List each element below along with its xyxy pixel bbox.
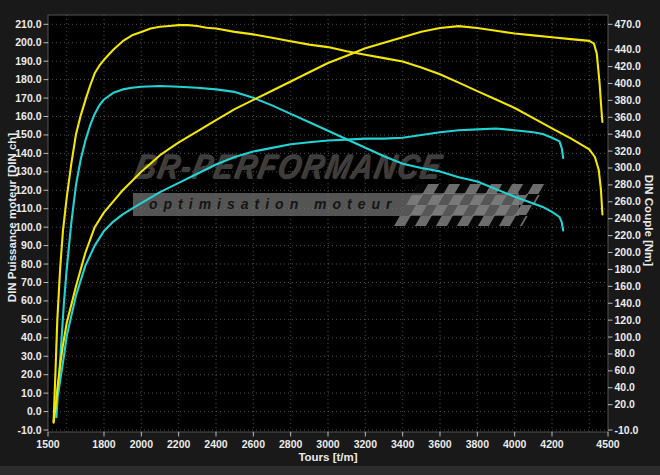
left-tick-label: 60.0 xyxy=(21,294,42,306)
x-axis-title: Tours [t/m] xyxy=(48,451,608,463)
x-tick-label: 3000 xyxy=(316,438,340,450)
x-tick-label: 2600 xyxy=(242,438,266,450)
right-tick-label: 180.0 xyxy=(615,263,641,275)
x-tick-label: 4500 xyxy=(596,438,620,450)
x-tick-label: 2800 xyxy=(279,438,303,450)
right-tick-label: 470.0 xyxy=(615,18,641,30)
left-tick-label: 0.0 xyxy=(27,405,42,417)
right-tick-label: 20.0 xyxy=(615,398,636,410)
right-tick-label: 360.0 xyxy=(615,111,641,123)
right-tick-label: 80.0 xyxy=(615,347,636,359)
right-tick-label: 260.0 xyxy=(615,195,641,207)
right-tick-label: 200.0 xyxy=(615,246,641,258)
watermark-bar: optimisation moteur xyxy=(133,193,519,216)
right-tick-label: 420.0 xyxy=(615,60,641,72)
left-tick-label: 190.0 xyxy=(15,55,41,67)
x-tick-label: 3400 xyxy=(391,438,415,450)
right-tick-label: 240.0 xyxy=(615,212,641,224)
right-tick-label: 440.0 xyxy=(615,43,641,55)
x-tick-label: 2400 xyxy=(204,438,228,450)
right-tick-label: 40.0 xyxy=(615,381,636,393)
watermark: BR-Performance optimisation moteur xyxy=(130,156,542,228)
right-axis-title: DIN Couple [Nm] xyxy=(640,141,655,301)
watermark-brand-logo: BR-Performance xyxy=(132,148,447,187)
left-tick-label: 30.0 xyxy=(21,350,42,362)
watermark-tagline: optimisation moteur xyxy=(133,193,519,216)
right-tick-label: 300.0 xyxy=(615,161,641,173)
right-tick-label: -10.0 xyxy=(615,424,639,436)
right-tick-label: 380.0 xyxy=(615,94,641,106)
left-tick-label: 70.0 xyxy=(21,276,42,288)
right-tick-label: 400.0 xyxy=(615,77,641,89)
right-tick-label: 320.0 xyxy=(615,145,641,157)
chart-plot-area: 210.0200.0190.0180.0170.0160.0150.0140.0… xyxy=(0,0,660,475)
left-tick-label: 80.0 xyxy=(21,258,42,270)
left-tick-label: 10.0 xyxy=(21,387,42,399)
right-tick-label: 100.0 xyxy=(615,331,641,343)
right-tick-label: 160.0 xyxy=(615,280,641,292)
x-tick-label: 1500 xyxy=(36,438,60,450)
x-tick-label: 4200 xyxy=(540,438,564,450)
x-tick-label: 4000 xyxy=(503,438,527,450)
left-tick-label: 20.0 xyxy=(21,368,42,380)
x-tick-label: 1800 xyxy=(92,438,116,450)
right-tick-label: 120.0 xyxy=(615,314,641,326)
left-axis-title: DIN Puissance moteur [DIN ch] xyxy=(6,108,21,328)
left-tick-label: 210.0 xyxy=(15,18,41,30)
right-tick-label: 280.0 xyxy=(615,178,641,190)
left-tick-label: 200.0 xyxy=(15,36,41,48)
right-tick-label: 60.0 xyxy=(615,364,636,376)
left-tick-label: 170.0 xyxy=(15,92,41,104)
x-tick-label: 3600 xyxy=(428,438,452,450)
x-tick-label: 2000 xyxy=(130,438,154,450)
right-tick-label: 140.0 xyxy=(615,297,641,309)
left-tick-label: 90.0 xyxy=(21,239,42,251)
right-tick-label: 220.0 xyxy=(615,229,641,241)
x-tick-label: 2200 xyxy=(167,438,191,450)
left-tick-label: 50.0 xyxy=(21,313,42,325)
right-tick-label: 340.0 xyxy=(615,128,641,140)
x-tick-label: 3200 xyxy=(354,438,378,450)
left-tick-label: 180.0 xyxy=(15,73,41,85)
left-tick-label: 40.0 xyxy=(21,331,42,343)
dyno-chart-page: 210.0200.0190.0180.0170.0160.0150.0140.0… xyxy=(0,0,660,475)
left-tick-label: -10.0 xyxy=(18,424,42,436)
x-tick-label: 3800 xyxy=(466,438,490,450)
